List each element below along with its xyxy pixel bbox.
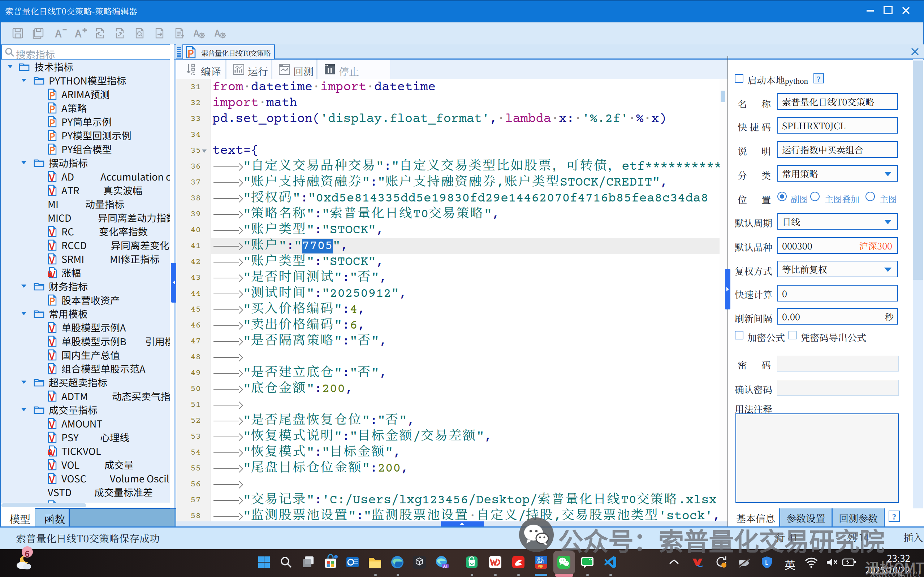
svg-text:V: V: [49, 459, 55, 471]
svg-text:P: P: [187, 46, 194, 59]
svg-text:A: A: [55, 28, 62, 39]
svg-text:V: V: [49, 322, 55, 334]
svg-text:P: P: [49, 116, 55, 128]
svg-text:V: V: [49, 253, 55, 265]
svg-text:V: V: [49, 418, 55, 430]
svg-text:V: V: [49, 363, 55, 375]
svg-text:V: V: [50, 268, 56, 279]
svg-text:L: L: [765, 558, 768, 567]
svg-text:P: P: [49, 89, 55, 100]
svg-text:V: V: [49, 239, 55, 251]
svg-text:A: A: [75, 28, 82, 39]
svg-text:V: V: [50, 446, 56, 457]
svg-text:V: V: [49, 473, 55, 485]
svg-text:V: V: [49, 184, 55, 197]
svg-text:V: V: [49, 226, 55, 238]
svg-text:A: A: [214, 28, 220, 39]
svg-text:AI: AI: [443, 563, 447, 569]
svg-text:V: V: [49, 432, 55, 443]
svg-text:P: P: [49, 130, 55, 142]
svg-text:V: V: [49, 171, 55, 183]
svg-text:VIP: VIP: [537, 563, 543, 569]
svg-text:P: P: [49, 143, 55, 155]
svg-text:V: V: [49, 335, 55, 347]
svg-text:P: P: [49, 102, 55, 114]
svg-text:V: V: [49, 349, 55, 361]
svg-text:V: V: [49, 390, 55, 402]
svg-text:P: P: [49, 294, 55, 306]
svg-text:A: A: [194, 28, 199, 39]
